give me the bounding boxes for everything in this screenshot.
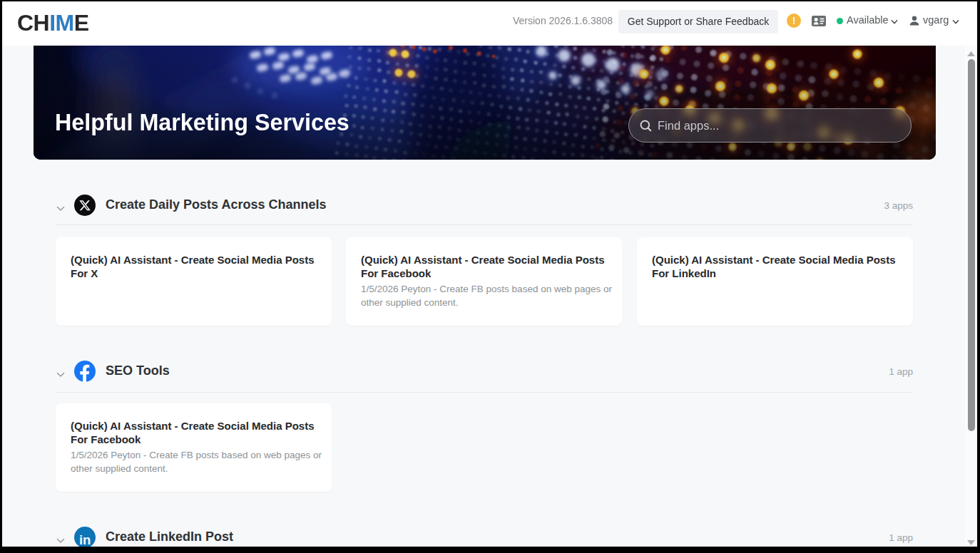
svg-text:in: in xyxy=(79,532,91,547)
